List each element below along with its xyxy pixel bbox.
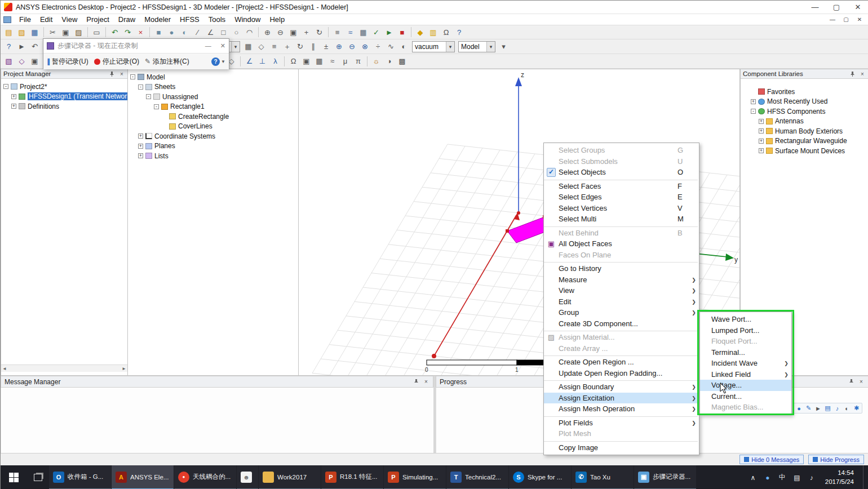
- thicken-icon[interactable]: μ: [339, 56, 351, 67]
- relative-cs-icon[interactable]: λ: [269, 56, 281, 67]
- settings-icon[interactable]: ✱: [852, 404, 861, 412]
- copy-icon[interactable]: ▣: [60, 26, 72, 38]
- expand-toggle-icon[interactable]: +: [759, 139, 764, 144]
- taskbar-app[interactable]: Technical2...: [446, 465, 508, 489]
- submenu-item[interactable]: Floquet Port...: [700, 336, 791, 347]
- context-menu-item[interactable]: Copy Image: [544, 442, 699, 454]
- context-menu-item[interactable]: Next Behind B: [544, 228, 699, 239]
- print-icon[interactable]: ▭: [91, 26, 103, 38]
- context-menu-item[interactable]: Go to History: [544, 263, 699, 274]
- menubar-item[interactable]: Window: [230, 15, 265, 24]
- select-icon[interactable]: ►: [16, 41, 28, 52]
- menubar-item[interactable]: Tools: [204, 15, 230, 24]
- minimize-button[interactable]: —: [804, 1, 826, 14]
- submenu-item[interactable]: Terminal...: [700, 347, 791, 358]
- delete-icon[interactable]: ×: [135, 26, 147, 38]
- validate-icon[interactable]: ✓: [370, 26, 382, 38]
- excitation-display-icon[interactable]: ◇: [16, 56, 28, 67]
- close-panel-icon[interactable]: ×: [423, 379, 429, 385]
- rotate-icon[interactable]: ↻: [294, 41, 306, 52]
- context-menu-item[interactable]: Select Groups G: [544, 145, 699, 156]
- calculator-icon[interactable]: ≡: [331, 26, 343, 38]
- pin-icon[interactable]: [108, 70, 115, 77]
- submenu-item[interactable]: Lumped Port...: [700, 325, 791, 336]
- sweep-icon[interactable]: ∿: [385, 41, 397, 52]
- expand-toggle-icon[interactable]: +: [751, 99, 756, 104]
- expand-toggle-icon[interactable]: -: [146, 94, 151, 99]
- duplicate-icon[interactable]: ▣: [300, 56, 312, 67]
- align-icon[interactable]: ≡: [268, 41, 280, 52]
- recorder-minimize-button[interactable]: —: [205, 42, 211, 50]
- zoom-fit-icon[interactable]: ▣: [287, 26, 299, 38]
- menubar-item[interactable]: Project: [82, 15, 113, 24]
- expand-toggle-icon[interactable]: -: [130, 74, 135, 79]
- model-type-combo[interactable]: Model▾: [458, 41, 495, 52]
- expand-toggle-icon[interactable]: +: [11, 94, 16, 99]
- scroll-left-icon[interactable]: ◄: [2, 366, 7, 371]
- grid-icon[interactable]: ▦: [242, 41, 254, 52]
- context-help-icon[interactable]: ?: [3, 41, 15, 52]
- model-tree-item[interactable]: - Model: [128, 72, 298, 82]
- intersect-icon[interactable]: ⊗: [359, 41, 371, 52]
- context-menu-item[interactable]: Select Edges E: [544, 192, 699, 203]
- context-menu-item[interactable]: Plot Mesh: [544, 428, 699, 439]
- library-tree-item[interactable]: + Surface Mount Devices: [741, 146, 868, 156]
- history-icon[interactable]: ↶: [29, 41, 41, 52]
- taskbar-app[interactable]: 步骤记录器...: [634, 465, 696, 489]
- draw-arc-icon[interactable]: ◠: [243, 26, 255, 38]
- draw-sphere-icon[interactable]: ◐: [179, 26, 191, 38]
- show-desktop-button[interactable]: [863, 465, 866, 489]
- expand-toggle-icon[interactable]: +: [138, 134, 143, 139]
- tray-app-icon[interactable]: ●: [763, 474, 772, 482]
- mic-icon[interactable]: ♪: [833, 404, 842, 412]
- menubar-item[interactable]: Draw: [114, 15, 140, 24]
- rotate-view-icon[interactable]: ↻: [313, 26, 325, 38]
- close-panel-icon[interactable]: ×: [858, 379, 865, 385]
- close-panel-icon[interactable]: ×: [859, 70, 866, 77]
- redo-icon[interactable]: ↷: [122, 26, 134, 38]
- context-menu-item[interactable]: Assign Excitation: [544, 393, 699, 404]
- pause-record-button[interactable]: ∥ 暂停记录(U): [47, 57, 88, 66]
- taskbar-app[interactable]: R18.1 特征...: [321, 465, 383, 489]
- expand-toggle-icon[interactable]: -: [3, 84, 8, 89]
- save-icon[interactable]: ▦: [29, 26, 41, 38]
- local-cs-icon[interactable]: ∠: [243, 56, 255, 67]
- expand-toggle-icon[interactable]: -: [154, 104, 159, 109]
- menubar-item[interactable]: Help: [265, 15, 289, 24]
- expand-toggle-icon[interactable]: +: [138, 153, 143, 158]
- expand-toggle-icon[interactable]: +: [759, 148, 764, 153]
- steps-recorder-titlebar[interactable]: 步骤记录器 - 现在正在录制 — ✕: [43, 39, 229, 54]
- zoom-out-icon[interactable]: ⊖: [274, 26, 286, 38]
- context-menu-item[interactable]: Assign Material...: [544, 332, 699, 343]
- message-manager-content[interactable]: [1, 388, 433, 453]
- hide-messages-button[interactable]: Hide 0 Messages: [739, 455, 804, 464]
- dropdown-arrow-icon[interactable]: ▾: [231, 42, 240, 52]
- menubar-item[interactable]: View: [57, 15, 82, 24]
- model-tree-item[interactable]: - Rectangle1: [128, 102, 298, 112]
- child-minimize-button[interactable]: —: [826, 15, 839, 24]
- help-icon[interactable]: ?: [453, 26, 465, 38]
- note-icon[interactable]: ▤: [823, 404, 832, 412]
- draw-rect-icon[interactable]: □: [218, 26, 229, 38]
- child-restore-button[interactable]: ▢: [839, 15, 853, 24]
- background-icon[interactable]: ▩: [396, 56, 408, 67]
- recorder-close-button[interactable]: ✕: [220, 42, 225, 50]
- context-menu-item[interactable]: Select Faces F: [544, 181, 699, 192]
- stop-analysis-icon[interactable]: ■: [396, 26, 408, 38]
- context-menu-item[interactable]: Select Vertices V: [544, 203, 699, 214]
- library-tree-item[interactable]: Favorites: [741, 87, 868, 97]
- dropdown-arrow-icon[interactable]: ▾: [486, 42, 495, 52]
- submenu-item[interactable]: Wave Port...: [700, 314, 791, 325]
- move-icon[interactable]: ＋: [281, 41, 293, 52]
- light-icon[interactable]: ☼: [370, 56, 382, 67]
- model-tree-item[interactable]: + Planes: [128, 141, 298, 152]
- context-menu-item[interactable]: Plot Fields: [544, 417, 699, 429]
- taskbar-app[interactable]: [237, 465, 258, 489]
- submenu-item[interactable]: Magnetic Bias...: [700, 402, 791, 413]
- paste-icon[interactable]: ▨: [73, 26, 85, 38]
- more-tools-icon[interactable]: ▾: [498, 41, 510, 52]
- task-view-button[interactable]: [26, 465, 49, 489]
- submenu-item[interactable]: Current...: [700, 391, 791, 402]
- zoom-in-icon[interactable]: ⊕: [262, 26, 273, 38]
- expand-toggle-icon[interactable]: +: [759, 119, 764, 124]
